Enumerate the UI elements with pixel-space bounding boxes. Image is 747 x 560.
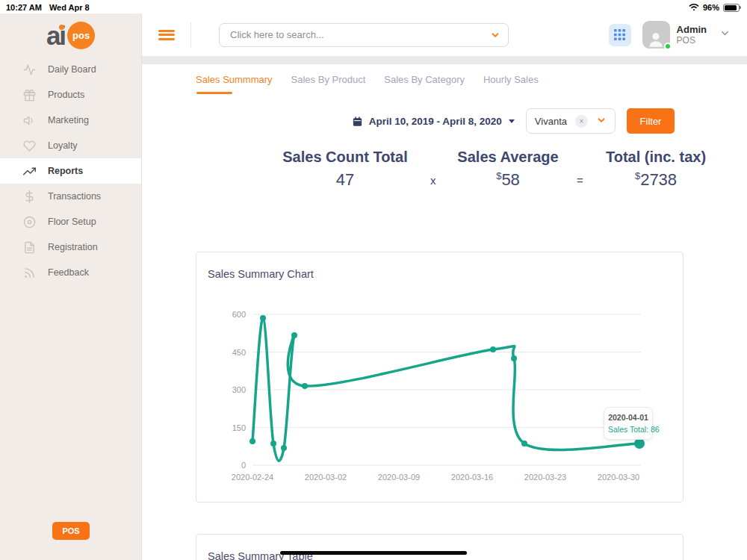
user-silhouette-icon [646,29,666,49]
device-status-bar: 10:27 AM Wed Apr 8 96% [0,0,747,13]
rss-icon [23,267,36,279]
grid-icon [614,29,625,40]
heart-icon [23,140,36,152]
chart-tooltip: 2020-04-01 Sales Total: 86 [604,407,653,440]
date-caret-icon [509,119,515,123]
header-divider [190,22,191,48]
stat-label: Total (inc. tax) [574,149,738,166]
header-separator-band [142,56,747,64]
sidebar-item-label: Loyalty [48,140,78,151]
app-logo: ai pos [0,13,141,57]
sidebar-item-floor-setup[interactable]: Floor Setup [0,209,141,234]
user-name: Admin [677,24,707,36]
clock-time: 10:27 AM [6,3,42,12]
tab-sales-summary[interactable]: Sales Summmary [196,74,273,94]
sidebar-item-label: Feedback [48,267,89,278]
svg-text:150: 150 [232,423,246,432]
tooltip-date: 2020-04-01 [608,413,648,422]
store-select[interactable]: Vivanta × [526,108,616,134]
file-text-icon [23,241,36,254]
calendar-icon [352,116,363,127]
svg-text:600: 600 [232,310,246,319]
top-header: Admin POS [142,13,747,56]
avatar[interactable] [642,21,670,49]
svg-text:2020-03-23: 2020-03-23 [524,473,566,482]
store-chevron-down-icon[interactable] [596,115,607,128]
reports-content: Sales Summmary Sales By Product Sales By… [142,64,747,560]
disc-icon [23,216,36,228]
sidebar-item-label: Transactions [48,191,101,202]
sidebar-item-label: Reports [48,166,83,176]
table-card-title: Sales Summary Table [196,535,683,560]
stat-value: 47 [336,170,354,189]
sidebar: ai pos Daily Board Products Marketing Lo… [0,13,142,560]
trending-up-icon [23,165,36,178]
sidebar-item-label: Floor Setup [48,217,96,227]
svg-text:300: 300 [232,385,246,394]
sidebar-item-daily-board[interactable]: Daily Board [0,57,141,82]
svg-text:450: 450 [232,348,246,357]
svg-text:2020-03-09: 2020-03-09 [378,473,420,482]
sidebar-item-products[interactable]: Products [0,82,141,108]
svg-text:2020-03-16: 2020-03-16 [451,473,493,482]
wifi-icon [689,3,699,13]
stat-label: Sales Average [433,149,583,166]
clock-date: Wed Apr 8 [49,3,90,12]
tab-sales-by-category[interactable]: Sales By Category [384,74,465,94]
stat-value: 2738 [640,170,677,189]
apps-grid-button[interactable] [609,24,631,46]
dollar-icon [23,190,36,203]
sidebar-item-label: Marketing [48,115,89,125]
sidebar-item-loyalty[interactable]: Loyalty [0,133,141,158]
stat-label: Sales Count Total [263,149,427,166]
search-chevron-down-icon[interactable] [490,30,500,43]
speaker-icon [23,114,36,127]
hamburger-menu-icon[interactable] [158,28,175,42]
search-input[interactable] [219,23,509,47]
tab-hourly-sales[interactable]: Hourly Sales [483,74,539,94]
svg-text:2020-03-30: 2020-03-30 [598,473,639,482]
report-tabs: Sales Summmary Sales By Product Sales By… [196,64,747,94]
pos-button[interactable]: POS [52,522,90,540]
stat-sales-average: Sales Average $58 [433,149,583,190]
filter-row: April 10, 2019 - April 8, 2020 Vivanta ×… [196,108,747,134]
sales-summary-line-chart[interactable]: 01503004506002020-02-242020-03-022020-03… [196,252,684,503]
sidebar-item-label: Registration [48,242,98,252]
sales-summary-chart-card: Sales Summary Chart 01503004506002020-02… [196,252,684,503]
store-select-value: Vivanta [535,116,567,127]
battery-icon [723,4,740,12]
stat-sales-count-total: Sales Count Total 47 [263,149,427,190]
user-block[interactable]: Admin POS [677,24,707,46]
tab-sales-by-product[interactable]: Sales By Product [291,74,366,94]
date-range-text: April 10, 2019 - April 8, 2020 [369,116,502,127]
stat-total-inc-tax: Total (inc. tax) $2738 [574,149,738,190]
sidebar-nav: Daily Board Products Marketing Loyalty R… [0,57,141,285]
sidebar-item-label: Products [48,90,84,100]
online-status-dot [664,43,672,50]
filter-button[interactable]: Filter [627,108,675,134]
user-role: POS [677,35,707,46]
sidebar-item-transactions[interactable]: Transactions [0,184,141,209]
date-range-picker[interactable]: April 10, 2019 - April 8, 2020 [352,116,515,127]
sidebar-item-marketing[interactable]: Marketing [0,108,141,133]
logo-pos-badge: pos [67,22,95,49]
stats-summary-row: Sales Count Total 47 x Sales Average $58… [196,149,747,205]
gift-icon [23,89,36,102]
clear-selection-icon[interactable]: × [575,115,588,128]
user-chevron-down-icon[interactable] [719,28,731,42]
sidebar-item-reports[interactable]: Reports [0,158,141,184]
activity-icon [23,63,36,76]
tooltip-value: Sales Total: 86 [608,425,648,434]
battery-percent: 96% [703,3,719,12]
sidebar-item-registration[interactable]: Registration [0,234,141,260]
stat-value: 58 [501,170,519,189]
svg-text:0: 0 [241,461,246,470]
svg-text:2020-03-02: 2020-03-02 [305,473,347,482]
svg-text:2020-02-24: 2020-02-24 [232,473,273,482]
sales-summary-table-card: Sales Summary Table [196,534,684,560]
sidebar-item-feedback[interactable]: Feedback [0,260,141,285]
home-indicator-bar[interactable] [280,551,467,555]
search-combobox [219,23,509,47]
sidebar-item-label: Daily Board [48,64,96,75]
